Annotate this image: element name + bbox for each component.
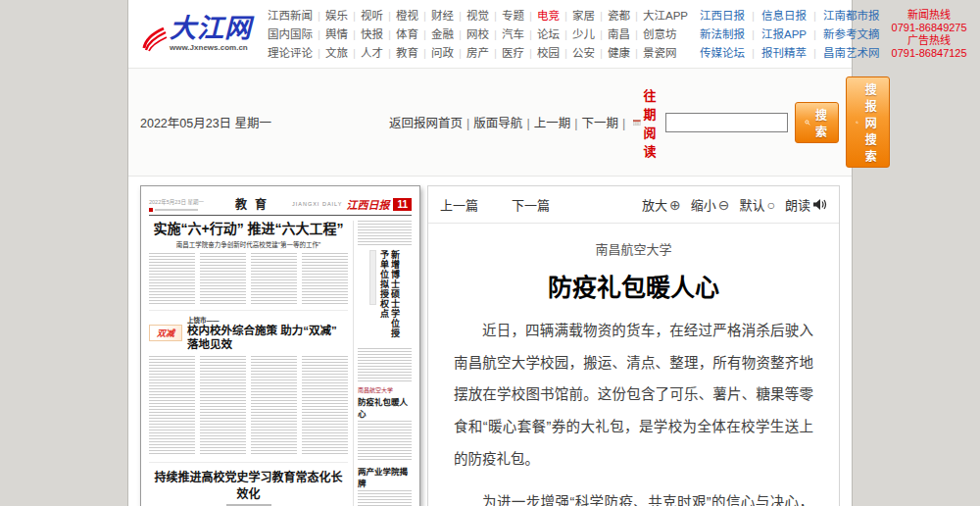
nav-link[interactable]: 快报	[348, 28, 383, 40]
default-size-label: 默认	[740, 195, 765, 214]
media-link[interactable]: 江报APP	[745, 28, 807, 40]
nav-link[interactable]: 电竞	[524, 10, 560, 22]
fake-text-column	[149, 356, 195, 456]
fake-text-column	[200, 356, 246, 456]
search-button[interactable]: 搜 索	[795, 102, 839, 143]
search-input[interactable]	[665, 113, 788, 132]
article-controls: 放大 ⊕ 缩小 ⊖ 默认 ○ 朗读	[642, 195, 827, 214]
vertical-headline-block: 新增博士硕士学位授予单位拟授权点	[358, 250, 412, 344]
newspaper-page-number: 11	[393, 198, 412, 211]
nav-link[interactable]: 人才	[348, 47, 383, 59]
site-logo[interactable]: 大江网 www.Jxnews.com.cn	[142, 16, 258, 52]
newspaper-page-image[interactable]: 2022年5月23日 星期一 教育 JIANGXI DAILY 江西日报 11 …	[140, 185, 420, 506]
media-nav: 江西日报信息日报江南都市报 新法制报江报APP新参考文摘 传媒论坛报刊精萃昌南艺…	[700, 6, 880, 62]
hotline-line: 0791-86849275	[892, 22, 967, 34]
nav-link[interactable]: 房产	[454, 47, 489, 59]
nav-link[interactable]: 景瓷网	[630, 47, 677, 59]
nav-link[interactable]: 江西新闻	[268, 10, 313, 22]
edition-link[interactable]: 上一期	[534, 117, 582, 130]
sidebar-article-2: 两产业学院揭牌	[358, 464, 412, 506]
fake-text-column	[149, 253, 195, 304]
edition-link[interactable]: 返回报网首页	[389, 117, 473, 130]
nav-link[interactable]: 少儿	[560, 28, 595, 40]
nav-row-1: 江西新闻娱乐视听橙视财经视觉专题电竞家居瓷都大江APP	[268, 6, 688, 25]
nav-link[interactable]: 文旅	[313, 47, 348, 59]
nav-link[interactable]: 大江APP	[630, 10, 688, 22]
newspaper-masthead-right: JIANGXI DAILY 江西日报 11	[292, 196, 412, 212]
default-size-button[interactable]: 默认 ○	[740, 195, 775, 214]
zoom-in-button[interactable]: 放大 ⊕	[642, 195, 681, 214]
article-toolbar: 上一篇 下一篇 放大 ⊕ 缩小 ⊖ 默认 ○	[428, 186, 839, 224]
byline-bar	[226, 504, 271, 506]
zoom-in-label: 放大	[642, 195, 667, 214]
nav-link[interactable]: 国内国际	[268, 28, 313, 40]
nav-link[interactable]: 创意坊	[630, 28, 677, 40]
edition-link[interactable]: 下一期	[581, 117, 629, 130]
prev-article-link[interactable]: 上一篇	[440, 195, 478, 214]
nav-link[interactable]: 校园	[524, 47, 560, 59]
newspaper-masthead: 2022年5月23日 星期一 教育 JIANGXI DAILY 江西日报 11	[149, 195, 412, 216]
nav-link[interactable]: 论坛	[524, 28, 560, 40]
nav-link[interactable]: 财经	[418, 10, 454, 22]
article-content: 南昌航空大学 防疫礼包暖人心 近日，四辆满载物资的货车，在经过严格消杀后驶入南昌…	[428, 224, 839, 506]
site-search-button-label: 搜报网搜索	[861, 80, 880, 164]
nav-link[interactable]: 瓷都	[595, 10, 630, 22]
nav-link[interactable]: 视觉	[454, 10, 489, 22]
search-button-label: 搜 索	[813, 106, 829, 139]
nav-link[interactable]: 健康	[595, 47, 630, 59]
edition-link[interactable]: 版面导航	[473, 117, 533, 130]
hotline-line: 0791-86847125	[892, 47, 967, 60]
next-article-link[interactable]: 下一篇	[512, 195, 550, 214]
article-title: 防疫礼包暖人心	[454, 268, 813, 303]
nav-link[interactable]: 橙视	[383, 10, 418, 22]
archive-link[interactable]: 往期阅读	[633, 85, 665, 160]
nav-link[interactable]: 公安	[560, 47, 595, 59]
media-link[interactable]: 传媒论坛	[700, 47, 745, 59]
nav-link[interactable]: 医疗	[489, 47, 524, 59]
shuangjian-badge: 双减	[149, 325, 182, 341]
site-search-button[interactable]: 搜报网搜索	[846, 76, 890, 168]
media-link[interactable]: 江南都市报	[807, 10, 880, 22]
zoom-out-button[interactable]: 缩小 ⊖	[691, 195, 730, 214]
nav-row-2: 国内国际舆情快报体育金融网校汽车论坛少儿南昌创意坊	[268, 25, 688, 43]
fake-text-column	[251, 253, 297, 304]
nav-link[interactable]: 视听	[348, 10, 383, 22]
masthead-chinese: 江西日报	[346, 196, 389, 212]
edition-date: 2022年05月23日 星期一	[140, 113, 271, 131]
nav-link[interactable]: 娱乐	[313, 10, 348, 22]
zoom-in-icon: ⊕	[669, 198, 681, 212]
media-link[interactable]: 新法制报	[700, 28, 745, 40]
media-link[interactable]: 报刊精萃	[745, 47, 807, 59]
nav-link[interactable]: 专题	[489, 10, 524, 22]
nav-link[interactable]: 网校	[454, 28, 489, 40]
newspaper-headline-2-block: 双减 上饶市—— 校内校外综合施策 助力“双减”落地见效	[149, 315, 348, 352]
zoom-out-icon: ⊖	[718, 198, 730, 212]
media-row-2: 新法制报江报APP新参考文摘	[700, 25, 880, 43]
nav-link[interactable]: 汽车	[489, 28, 524, 40]
edition-links: 返回报网首页版面导航上一期下一期	[389, 113, 629, 131]
media-link[interactable]: 昌南艺术网	[807, 47, 880, 59]
fake-text-column	[302, 356, 348, 456]
read-aloud-button[interactable]: 朗读	[785, 195, 827, 214]
nav-link[interactable]: 舆情	[313, 28, 348, 40]
newspaper-section-d: 持续推进高校党史学习教育常态化长效化	[149, 462, 348, 506]
nav-link[interactable]: 家居	[560, 10, 595, 22]
nav-link[interactable]: 金融	[418, 28, 454, 40]
editor-bar	[155, 209, 198, 211]
sidebar-article-highlight[interactable]: 南昌航空大学 防疫礼包暖人心	[358, 385, 412, 460]
media-link[interactable]: 信息日报	[745, 10, 807, 22]
article-kicker: 南昌航空大学	[454, 239, 813, 258]
fake-text-column	[358, 348, 412, 381]
fake-text-column	[358, 221, 412, 246]
nav-link[interactable]: 教育	[383, 47, 418, 59]
nav-link[interactable]: 体育	[383, 28, 418, 40]
media-link[interactable]: 新参考文摘	[807, 28, 880, 40]
nav-link[interactable]: 问政	[418, 47, 454, 59]
calendar-icon	[633, 116, 640, 129]
nav-link[interactable]: 南昌	[595, 28, 630, 40]
nav-link[interactable]: 理论评论	[268, 47, 313, 59]
logo-swoosh-icon	[142, 23, 168, 52]
search-group: 搜 索 搜报网搜索	[665, 76, 890, 168]
media-link[interactable]: 江西日报	[700, 10, 745, 22]
newspaper-main-column: 实施“六+行动” 推进“六大工程” 南昌工学院奋力争创新时代高校党建“第一等的工…	[149, 221, 348, 506]
